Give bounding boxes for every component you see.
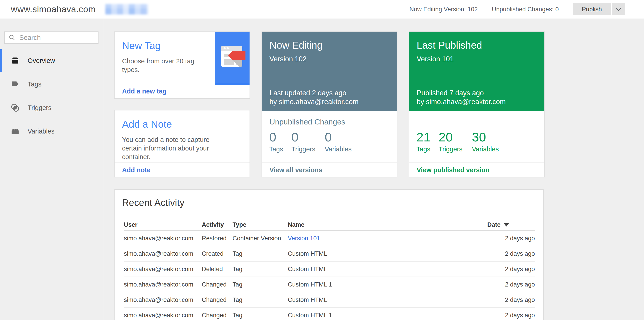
sidebar-item-label: Variables — [28, 128, 54, 135]
now-editing-version-label: Now Editing Version: 102 — [410, 6, 478, 13]
count-triggers: 20 Triggers — [438, 131, 462, 153]
last-published-header: Last Published Version 101 Published 7 d… — [409, 32, 544, 111]
view-all-versions-link[interactable]: View all versions — [270, 166, 322, 174]
cell-date: 2 days ago — [487, 277, 535, 292]
sidebar-item-label: Tags — [28, 81, 42, 88]
main-content: New Tag Choose from over 20 tag types. A… — [104, 19, 644, 320]
version-101-link[interactable]: Version 101 — [288, 235, 320, 242]
cell-name: Custom HTML — [288, 292, 487, 308]
triggers-icon — [10, 102, 20, 113]
count-triggers: 0 Triggers — [292, 131, 315, 153]
search-box — [4, 31, 98, 44]
now-editing-header: Now Editing Version 102 Last updated 2 d… — [262, 32, 397, 111]
recent-activity-title: Recent Activity — [122, 197, 184, 208]
now-editing-card: Now Editing Version 102 Last updated 2 d… — [262, 31, 398, 177]
column-header-activity: Activity — [202, 219, 232, 231]
cell-date: 2 days ago — [487, 261, 535, 277]
cell-activity: Changed — [202, 292, 232, 308]
table-row: simo.ahava@reaktor.com Deleted Tag Custo… — [124, 261, 535, 277]
tag-icon — [10, 79, 20, 89]
cell-type: Tag — [232, 261, 288, 277]
new-tag-card: New Tag Choose from over 20 tag types. A… — [114, 31, 250, 99]
publish-button-group: Publish — [573, 3, 625, 15]
sidebar-item-variables[interactable]: Variables — [0, 119, 103, 143]
publish-button[interactable]: Publish — [573, 3, 611, 15]
variables-icon — [10, 126, 20, 136]
cell-type: Tag — [232, 292, 288, 308]
column-header-date[interactable]: Date — [487, 219, 535, 231]
count-variables: 0 Variables — [325, 131, 352, 153]
updated-line-2: by simo.ahava@reaktor.com — [270, 97, 358, 106]
new-tag-title-link[interactable]: New Tag — [122, 40, 160, 51]
search-icon — [8, 34, 16, 41]
cell-activity: Changed — [202, 277, 232, 292]
container-title: www.simoahava.com — [11, 4, 96, 14]
now-editing-title: Now Editing — [270, 40, 323, 51]
gtm-overview-page: www.simoahava.com Now Editing Version: 1… — [0, 0, 644, 320]
cell-user: simo.ahava@reaktor.com — [124, 261, 202, 277]
last-published-card: Last Published Version 101 Published 7 d… — [409, 31, 544, 177]
overview-icon — [10, 55, 20, 66]
cell-name: Custom HTML — [288, 246, 487, 261]
cell-date: 2 days ago — [487, 292, 535, 308]
sidebar-item-overview[interactable]: Overview — [0, 49, 103, 72]
cell-user: simo.ahava@reaktor.com — [124, 308, 202, 320]
new-tag-description: Choose from over 20 tag types. — [122, 57, 213, 74]
table-header-row: User Activity Type Name Date — [124, 219, 535, 231]
now-editing-version: Version 102 — [270, 55, 306, 63]
cell-activity: Changed — [202, 308, 232, 320]
sidebar-item-label: Overview — [28, 57, 55, 64]
table-row: simo.ahava@reaktor.com Restored Containe… — [124, 231, 535, 246]
table-row: simo.ahava@reaktor.com Changed Tag Custo… — [124, 292, 535, 308]
cell-activity: Created — [202, 246, 232, 261]
cell-user: simo.ahava@reaktor.com — [124, 292, 202, 308]
published-line-2: by simo.ahava@reaktor.com — [417, 97, 506, 106]
cell-name: Custom HTML 1 — [288, 277, 487, 292]
cell-name: Custom HTML — [288, 261, 487, 277]
new-tag-footer: Add a new tag — [114, 84, 250, 98]
column-header-type: Type — [232, 219, 288, 231]
cell-user: simo.ahava@reaktor.com — [124, 277, 202, 292]
now-editing-footer: View all versions — [262, 162, 397, 177]
last-published-version: Version 101 — [417, 55, 454, 63]
cell-activity: Restored — [202, 231, 232, 246]
table-row: simo.ahava@reaktor.com Changed Tag Custo… — [124, 277, 535, 292]
add-note-card: Add a Note You can add a note to capture… — [114, 110, 250, 177]
sidebar: Overview Tags — [0, 19, 103, 320]
top-bar: www.simoahava.com Now Editing Version: 1… — [0, 0, 644, 19]
count-tags: 21 Tags — [416, 131, 430, 153]
table-row: simo.ahava@reaktor.com Created Tag Custo… — [124, 246, 535, 261]
sidebar-item-tags[interactable]: Tags — [0, 72, 103, 96]
cell-date: 2 days ago — [487, 231, 535, 246]
sidebar-nav: Overview Tags — [0, 49, 103, 143]
redacted-container-id-badge — [105, 4, 148, 14]
add-note-footer: Add note — [114, 162, 250, 177]
cell-date: 2 days ago — [487, 246, 535, 261]
publish-dropdown-button[interactable] — [612, 3, 625, 15]
unpublished-changes-label: Unpublished Changes: 0 — [492, 6, 559, 13]
sort-descending-icon — [504, 223, 509, 227]
cell-user: simo.ahava@reaktor.com — [124, 246, 202, 261]
add-note-title-link[interactable]: Add a Note — [122, 119, 172, 130]
count-variables: 30 Variables — [472, 131, 499, 153]
sidebar-item-triggers[interactable]: Triggers — [0, 96, 103, 119]
cell-activity: Deleted — [202, 261, 232, 277]
add-new-tag-link[interactable]: Add a new tag — [122, 88, 167, 95]
last-published-title: Last Published — [417, 40, 482, 51]
column-header-name: Name — [288, 219, 487, 231]
column-header-user: User — [124, 219, 202, 231]
sidebar-item-label: Triggers — [28, 104, 52, 112]
now-editing-meta: Last updated 2 days ago by simo.ahava@re… — [270, 88, 358, 106]
chevron-down-icon — [616, 7, 621, 11]
cell-type: Container Version — [232, 231, 288, 246]
last-published-footer: View published version — [409, 162, 544, 177]
cell-name: Version 101 — [288, 231, 487, 246]
add-note-description: You can add a note to capture certain in… — [122, 135, 213, 161]
add-note-link[interactable]: Add note — [122, 166, 150, 174]
cell-user: simo.ahava@reaktor.com — [124, 231, 202, 246]
unpublished-changes-title: Unpublished Changes — [270, 117, 345, 126]
view-published-version-link[interactable]: View published version — [417, 166, 490, 174]
search-input[interactable] — [19, 33, 94, 42]
cell-type: Tag — [232, 308, 288, 320]
cell-type: Tag — [232, 246, 288, 261]
